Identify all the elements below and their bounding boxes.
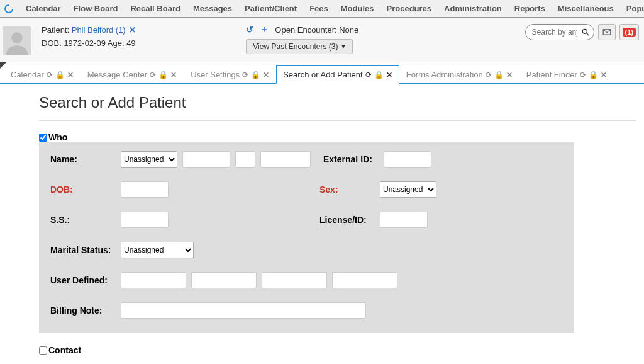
tab-label: Search or Add Patient bbox=[283, 70, 362, 79]
svg-point-0 bbox=[5, 5, 13, 13]
page-title: Search or Add Patient bbox=[39, 94, 636, 111]
tab-label: Patient Finder bbox=[526, 70, 577, 79]
name-last-input[interactable] bbox=[260, 151, 311, 168]
patient-label: Patient: bbox=[42, 25, 69, 35]
close-icon[interactable]: ✕ bbox=[170, 71, 177, 79]
close-icon[interactable]: ✕ bbox=[386, 71, 392, 79]
notifications-button[interactable]: (1) bbox=[619, 24, 639, 40]
close-icon[interactable]: ✕ bbox=[67, 71, 74, 79]
user-defined-label: User Defined: bbox=[50, 275, 121, 285]
tab-user-settings[interactable]: User Settings ⟳ 🔒 ✕ bbox=[184, 65, 276, 83]
header-right-tools: (1) bbox=[525, 24, 639, 40]
sex-select[interactable]: Unassigned bbox=[380, 181, 436, 198]
user-defined-4-input[interactable] bbox=[332, 272, 397, 288]
lock-icon[interactable]: 🔒 bbox=[251, 71, 260, 79]
sex-label: Sex: bbox=[319, 185, 380, 195]
search-icon[interactable] bbox=[579, 26, 592, 38]
close-icon[interactable]: ✕ bbox=[506, 71, 513, 79]
ss-label: S.S.: bbox=[50, 215, 121, 225]
close-icon[interactable]: ✕ bbox=[263, 71, 269, 79]
license-input[interactable] bbox=[380, 212, 428, 228]
svg-line-3 bbox=[586, 33, 589, 36]
tab-search-add-patient[interactable]: Search or Add Patient ⟳ 🔒 ✕ bbox=[276, 65, 399, 84]
svg-point-2 bbox=[582, 29, 587, 33]
external-id-input[interactable] bbox=[384, 151, 431, 168]
open-encounter-label: Open Encounter: None bbox=[275, 25, 358, 35]
menu-fees[interactable]: Fees bbox=[304, 1, 334, 16]
divider bbox=[39, 120, 636, 121]
who-panel: Name: Unassigned External ID: DOB: Sex: … bbox=[39, 142, 574, 333]
refresh-icon[interactable]: ⟳ bbox=[242, 71, 248, 79]
user-defined-1-input[interactable] bbox=[121, 272, 186, 288]
lock-icon[interactable]: 🔒 bbox=[494, 71, 504, 79]
menu-reports[interactable]: Reports bbox=[509, 1, 551, 16]
tab-message-center[interactable]: Message Center ⟳ 🔒 ✕ bbox=[80, 65, 184, 83]
refresh-icon[interactable]: ⟳ bbox=[486, 71, 492, 79]
menu-calendar[interactable]: Calendar bbox=[20, 1, 67, 16]
license-label: License/ID: bbox=[319, 215, 380, 225]
view-past-encounters-button[interactable]: View Past Encounters (3) ▼ bbox=[246, 39, 353, 54]
caret-down-icon: ▼ bbox=[341, 43, 347, 50]
patient-avatar-icon bbox=[3, 26, 31, 55]
encounter-block: ↺ ＋ Open Encounter: None View Past Encou… bbox=[246, 24, 358, 54]
tab-forms-administration[interactable]: Forms Administration ⟳ 🔒 ✕ bbox=[399, 65, 519, 83]
main-menubar: Calendar Flow Board Recall Board Message… bbox=[0, 0, 644, 18]
name-label: Name: bbox=[50, 154, 121, 164]
lock-icon[interactable]: 🔒 bbox=[158, 71, 168, 79]
dob-label: DOB: bbox=[50, 185, 121, 195]
tab-label: User Settings bbox=[191, 70, 240, 79]
menu-recall-board[interactable]: Recall Board bbox=[125, 1, 186, 16]
notifications-badge: (1) bbox=[623, 28, 636, 37]
refresh-icon[interactable]: ⟳ bbox=[150, 71, 156, 79]
view-past-encounters-label: View Past Encounters (3) bbox=[253, 42, 338, 51]
tab-label: Forms Administration bbox=[406, 70, 483, 79]
refresh-icon[interactable]: ⟳ bbox=[47, 71, 53, 79]
menu-messages[interactable]: Messages bbox=[187, 1, 238, 16]
marital-status-select[interactable]: Unassigned bbox=[121, 242, 194, 258]
global-search-wrap bbox=[525, 24, 594, 40]
section-who-header[interactable]: Who bbox=[39, 132, 636, 142]
tab-label: Message Center bbox=[87, 70, 147, 79]
history-icon[interactable]: ↺ bbox=[246, 25, 253, 35]
tab-strip: Calendar ⟳ 🔒 ✕ Message Center ⟳ 🔒 ✕ User… bbox=[0, 62, 644, 84]
ss-input[interactable] bbox=[121, 212, 169, 228]
marital-status-label: Marital Status: bbox=[50, 245, 121, 255]
refresh-icon[interactable]: ⟳ bbox=[580, 71, 586, 79]
billing-note-label: Billing Note: bbox=[50, 305, 121, 316]
section-who-title: Who bbox=[48, 132, 67, 142]
lock-icon[interactable]: 🔒 bbox=[55, 71, 65, 79]
section-contact-header[interactable]: Contact bbox=[39, 345, 636, 355]
menu-administration[interactable]: Administration bbox=[438, 1, 508, 16]
menu-modules[interactable]: Modules bbox=[335, 1, 380, 16]
external-id-label: External ID: bbox=[323, 154, 384, 164]
close-icon[interactable]: ✕ bbox=[601, 71, 607, 79]
refresh-icon[interactable]: ⟳ bbox=[365, 71, 372, 79]
tab-overflow-indicator-icon bbox=[0, 62, 6, 69]
add-encounter-icon[interactable]: ＋ bbox=[260, 24, 269, 35]
svg-point-1 bbox=[11, 32, 23, 43]
tab-calendar[interactable]: Calendar ⟳ 🔒 ✕ bbox=[4, 65, 80, 83]
dob-input[interactable] bbox=[121, 181, 169, 198]
menu-miscellaneous[interactable]: Miscellaneous bbox=[552, 1, 619, 16]
tab-label: Calendar bbox=[11, 70, 44, 79]
name-title-select[interactable]: Unassigned bbox=[121, 151, 177, 168]
tab-patient-finder[interactable]: Patient Finder ⟳ 🔒 ✕ bbox=[519, 65, 614, 83]
name-first-input[interactable] bbox=[182, 151, 230, 168]
patient-info-block: Patient: Phil Belford (1) ✕ DOB: 1972-02… bbox=[42, 25, 136, 48]
name-middle-input[interactable] bbox=[235, 151, 255, 168]
clear-patient-icon[interactable]: ✕ bbox=[129, 25, 136, 35]
patient-name-link[interactable]: Phil Belford (1) bbox=[72, 25, 126, 35]
menu-procedures[interactable]: Procedures bbox=[381, 1, 438, 16]
app-logo-icon bbox=[4, 4, 14, 14]
lock-icon[interactable]: 🔒 bbox=[374, 71, 384, 79]
messages-icon-button[interactable] bbox=[598, 24, 616, 40]
section-contact-checkbox[interactable] bbox=[39, 346, 47, 355]
menu-popups[interactable]: Popups bbox=[621, 1, 644, 16]
lock-icon[interactable]: 🔒 bbox=[589, 71, 598, 79]
menu-flow-board[interactable]: Flow Board bbox=[68, 1, 124, 16]
billing-note-input[interactable] bbox=[121, 302, 366, 319]
user-defined-3-input[interactable] bbox=[262, 272, 327, 288]
section-who-checkbox[interactable] bbox=[39, 134, 47, 142]
user-defined-2-input[interactable] bbox=[191, 272, 257, 288]
menu-patient-client[interactable]: Patient/Client bbox=[239, 1, 303, 16]
